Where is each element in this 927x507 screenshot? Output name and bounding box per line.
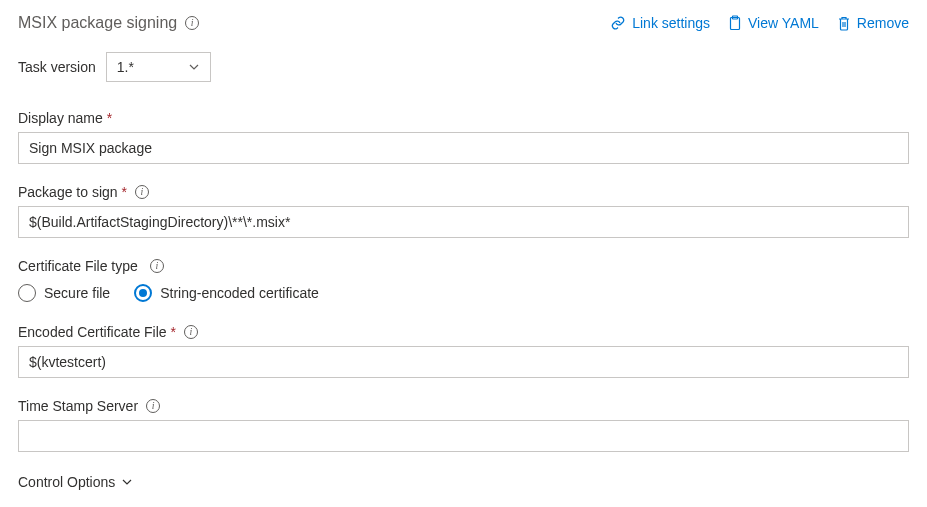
trash-icon xyxy=(837,15,851,31)
radio-circle-icon xyxy=(18,284,36,302)
clipboard-icon xyxy=(728,15,742,31)
page-title-group: MSIX package signing i xyxy=(18,14,199,32)
package-to-sign-label: Package to sign * xyxy=(18,184,127,200)
radio-circle-icon xyxy=(134,284,152,302)
link-icon xyxy=(610,16,626,30)
chevron-down-icon xyxy=(188,61,200,73)
remove-label: Remove xyxy=(857,15,909,31)
page-title: MSIX package signing xyxy=(18,14,177,32)
display-name-label: Display name * xyxy=(18,110,112,126)
time-stamp-server-input[interactable] xyxy=(18,420,909,452)
time-stamp-server-label: Time Stamp Server xyxy=(18,398,138,414)
link-settings-button[interactable]: Link settings xyxy=(610,15,710,31)
task-version-select[interactable]: 1.* xyxy=(106,52,211,82)
control-options-label: Control Options xyxy=(18,474,115,490)
info-icon[interactable]: i xyxy=(150,259,164,273)
certificate-file-type-label: Certificate File type xyxy=(18,258,138,274)
radio-string-encoded[interactable]: String-encoded certificate xyxy=(134,284,319,302)
certificate-file-type-radiogroup: Secure file String-encoded certificate xyxy=(18,284,909,302)
chevron-down-icon xyxy=(121,476,133,488)
info-icon[interactable]: i xyxy=(135,185,149,199)
task-version-label: Task version xyxy=(18,59,96,75)
link-settings-label: Link settings xyxy=(632,15,710,31)
view-yaml-label: View YAML xyxy=(748,15,819,31)
radio-secure-file[interactable]: Secure file xyxy=(18,284,110,302)
encoded-certificate-file-input[interactable] xyxy=(18,346,909,378)
package-to-sign-input[interactable] xyxy=(18,206,909,238)
radio-string-encoded-label: String-encoded certificate xyxy=(160,285,319,301)
info-icon[interactable]: i xyxy=(184,325,198,339)
info-icon[interactable]: i xyxy=(185,16,199,30)
remove-button[interactable]: Remove xyxy=(837,15,909,31)
display-name-input[interactable] xyxy=(18,132,909,164)
task-version-value: 1.* xyxy=(117,59,134,75)
view-yaml-button[interactable]: View YAML xyxy=(728,15,819,31)
header-links: Link settings View YAML Remove xyxy=(610,15,909,31)
radio-dot-icon xyxy=(139,289,147,297)
info-icon[interactable]: i xyxy=(146,399,160,413)
encoded-certificate-file-label: Encoded Certificate File * xyxy=(18,324,176,340)
radio-secure-file-label: Secure file xyxy=(44,285,110,301)
control-options-section[interactable]: Control Options xyxy=(18,474,909,490)
